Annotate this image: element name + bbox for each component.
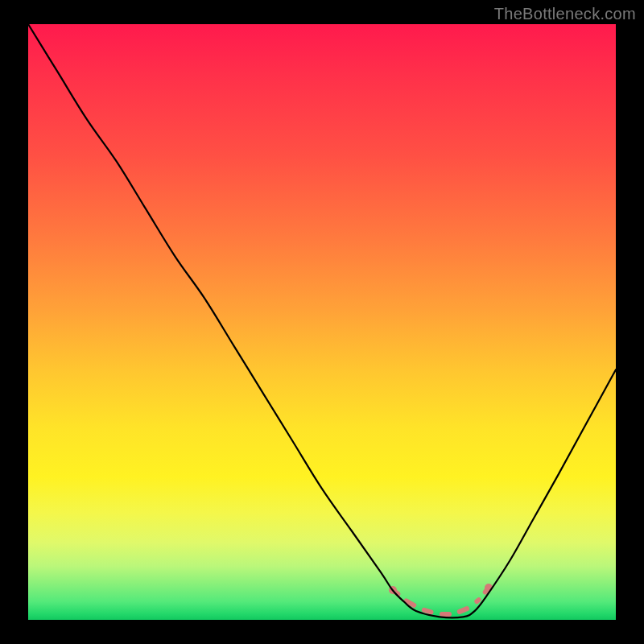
- chart-container: TheBottleneck.com: [0, 0, 644, 644]
- watermark-text: TheBottleneck.com: [494, 5, 636, 23]
- plot-area: [28, 24, 616, 620]
- bottleneck-curve: [28, 24, 616, 620]
